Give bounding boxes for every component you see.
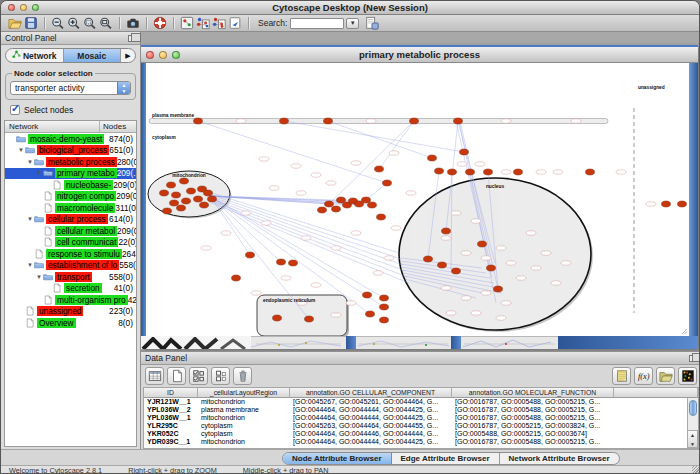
table-row[interactable]: YLR295Ccytoplasm[GO:0045263, GO:0044464,… (144, 422, 698, 430)
node-label-chip[interactable] (241, 211, 251, 215)
table-row[interactable]: YJR121W__1mitochondrion[GO:0045267, GO:0… (144, 398, 698, 406)
node[interactable] (435, 168, 444, 174)
zoom-out-button[interactable] (50, 16, 66, 31)
node-label-chip[interactable] (616, 170, 626, 174)
node[interactable] (442, 228, 451, 234)
edge[interactable] (329, 121, 414, 204)
delete-attribute-button[interactable] (233, 367, 252, 385)
node[interactable] (170, 200, 179, 206)
node[interactable] (410, 118, 419, 124)
network-from-selection-button[interactable] (195, 16, 211, 31)
node[interactable] (160, 190, 169, 196)
tree-item[interactable]: unassigned223(0) (5, 306, 136, 318)
import-attributes-button[interactable] (656, 367, 675, 385)
help-button[interactable] (152, 16, 168, 31)
node[interactable] (318, 207, 327, 213)
table-row[interactable]: YKR052Ccytoplasm[GO:0044464, GO:0044446,… (144, 430, 698, 438)
column-header-nodes[interactable]: Nodes (100, 121, 136, 132)
network-window-titlebar[interactable]: primary metabolic process (141, 47, 698, 63)
node[interactable] (167, 182, 176, 188)
expand-triangle-icon[interactable]: ▼ (26, 262, 34, 268)
node-label-chip[interactable] (384, 256, 394, 260)
node-label-chip[interactable] (506, 261, 516, 265)
node-label-chip[interactable] (236, 119, 246, 123)
node-label-chip[interactable] (496, 316, 506, 320)
node-label-chip[interactable] (446, 311, 456, 315)
node[interactable] (366, 311, 375, 317)
tree-item[interactable]: ▼cellular process614(0) (5, 214, 136, 226)
node[interactable] (305, 316, 314, 322)
node[interactable] (380, 295, 389, 301)
node[interactable] (424, 256, 433, 262)
node[interactable] (194, 196, 203, 202)
node[interactable] (204, 190, 213, 196)
table-select-button[interactable] (145, 367, 164, 385)
node-label-chip[interactable] (461, 296, 471, 300)
tab-network[interactable]: Network (6, 49, 64, 62)
tab-edge-attribute-browser[interactable]: Edge Attribute Browser (392, 453, 500, 464)
node-label-chip[interactable] (551, 281, 561, 285)
new-attribute-button[interactable] (167, 367, 186, 385)
tree-item[interactable]: ▼metabolic process280(0) (5, 156, 136, 168)
tab-mosaic[interactable]: Mosaic (64, 49, 122, 62)
node-label-chip[interactable] (471, 311, 481, 315)
table-column-header[interactable]: annotation.GO CELLULAR_COMPONENT (290, 388, 452, 398)
node-label-chip[interactable] (311, 283, 321, 287)
node[interactable] (363, 292, 372, 298)
vizmapper-button[interactable] (179, 16, 195, 31)
expand-triangle-icon[interactable]: ▼ (35, 170, 43, 176)
edge[interactable] (284, 121, 464, 152)
expand-triangle-icon[interactable]: ▼ (26, 216, 34, 222)
tree-item[interactable]: cellular metabol209(0) (5, 225, 136, 237)
node[interactable] (172, 192, 181, 198)
tree-item[interactable]: ▼biological_process651(0) (5, 145, 136, 157)
node[interactable] (200, 202, 209, 208)
tree-item[interactable]: ▼transport558(0) (5, 271, 136, 283)
node-label-chip[interactable] (311, 173, 321, 177)
edge[interactable] (210, 196, 281, 262)
node[interactable] (454, 118, 463, 124)
edge[interactable] (328, 121, 432, 158)
node[interactable] (375, 166, 384, 172)
node-label-chip[interactable] (536, 170, 546, 174)
camera-button[interactable] (125, 16, 141, 31)
node-label-chip[interactable] (351, 231, 361, 235)
tree-item[interactable]: macromolecule311(0) (5, 202, 136, 214)
node[interactable] (438, 262, 447, 268)
node[interactable] (194, 118, 203, 124)
node-label-chip[interactable] (201, 246, 211, 250)
node[interactable] (380, 304, 389, 310)
node-label-chip[interactable] (501, 170, 511, 174)
table-row[interactable]: YPL036W__2plasma membrane[GO:0044464, GO… (144, 406, 698, 414)
expand-triangle-icon[interactable]: ▼ (35, 274, 43, 280)
table-column-header[interactable]: ID (144, 388, 198, 398)
tree-item[interactable]: ▼establishment of lo558(0) (5, 260, 136, 272)
node-label-chip[interactable] (331, 313, 341, 317)
search-input[interactable] (290, 18, 344, 29)
node[interactable] (246, 252, 255, 258)
node[interactable] (232, 275, 241, 281)
expand-triangle-icon[interactable]: ▼ (17, 147, 25, 153)
node-label-chip[interactable] (269, 186, 279, 190)
matrix-button[interactable] (678, 367, 697, 385)
resize-grip[interactable] (692, 466, 700, 474)
node[interactable] (163, 208, 172, 214)
node-label-chip[interactable] (481, 256, 491, 260)
node[interactable] (460, 149, 469, 155)
tab-network-attribute-browser[interactable]: Network Attribute Browser (500, 453, 619, 464)
node[interactable] (208, 196, 217, 202)
node-label-chip[interactable] (351, 161, 361, 165)
node[interactable] (337, 197, 346, 203)
plasma-membrane-region[interactable] (149, 119, 608, 124)
node-label-chip[interactable] (389, 151, 399, 155)
node[interactable] (428, 155, 437, 161)
zoom-fit-button[interactable] (98, 16, 114, 31)
more-tabs-arrow[interactable]: ▶ (121, 49, 135, 62)
node-label-chip[interactable] (501, 301, 511, 305)
canvas-resize-grip[interactable] (682, 329, 687, 334)
node[interactable] (586, 169, 595, 175)
edge[interactable] (379, 121, 414, 169)
float-panel-icon[interactable] (689, 355, 697, 362)
node[interactable] (377, 214, 386, 220)
node-label-chip[interactable] (326, 181, 336, 185)
